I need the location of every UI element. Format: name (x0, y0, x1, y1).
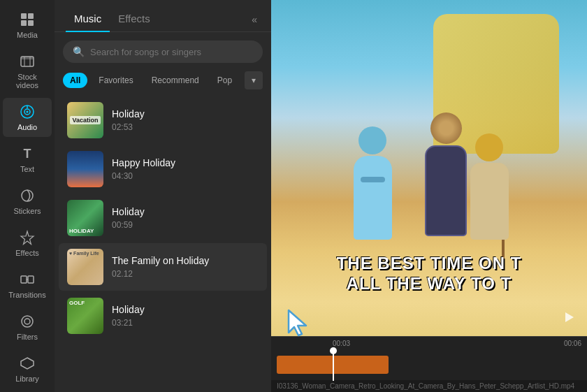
svg-rect-0 (21, 13, 27, 19)
svg-rect-15 (28, 276, 34, 283)
song-thumbnail (67, 151, 103, 187)
filter-all-button[interactable]: All (63, 73, 87, 88)
song-item[interactable]: GOLF Holiday 03:21 (59, 292, 267, 340)
sidebar-item-label-stickers: Stickers (13, 207, 41, 215)
media-icon (19, 11, 36, 28)
timeline-ruler: 00:03 00:06 (271, 337, 587, 350)
sidebar-item-label-audio: Audio (17, 123, 37, 131)
time-mark-1: 00:03 (333, 340, 350, 347)
timeline-tracks (277, 350, 581, 381)
tab-music[interactable]: Music (66, 7, 110, 31)
svg-point-12 (22, 190, 33, 201)
song-info: Holiday 02:53 (112, 108, 259, 132)
sidebar-item-audio[interactable]: Audio (3, 98, 52, 137)
effects-icon (19, 229, 36, 246)
time-mark-2: 00:06 (564, 340, 581, 347)
music-panel: Music Effects « 🔍 All Favorites Recommen… (55, 0, 271, 392)
sidebar-item-transitions[interactable]: Transitions (3, 266, 52, 305)
search-icon: 🔍 (73, 46, 85, 57)
timeline-cursor[interactable] (333, 350, 334, 381)
song-list: Vacation Holiday 02:53 Happy Holiday 04:… (55, 96, 271, 392)
overlay-text-line2: ALL THE WAY TO T (271, 274, 587, 294)
svg-rect-14 (21, 276, 27, 283)
song-thumbnail: Vacation (67, 102, 103, 138)
svg-rect-3 (28, 20, 34, 26)
filter-more-button[interactable]: ▾ (245, 71, 263, 89)
sidebar-item-media[interactable]: Media (3, 6, 52, 45)
song-duration: 04:30 (112, 171, 259, 181)
sidebar-item-stickers[interactable]: Stickers (3, 182, 52, 221)
filename-bar: I03136_Woman_Camera_Retro_Looking_At_Cam… (271, 380, 587, 392)
overlay-text: THE BEST TIME ON T ALL THE WAY TO T (271, 254, 587, 294)
tab-effects[interactable]: Effects (110, 7, 159, 31)
song-title: Happy Holiday (112, 157, 259, 168)
song-item[interactable]: Happy Holiday 04:30 (59, 145, 267, 193)
song-title: Holiday (112, 108, 259, 119)
sidebar-item-stock-videos[interactable]: Stock videos (3, 48, 52, 95)
filter-pop-button[interactable]: Pop (210, 73, 239, 88)
library-icon (19, 355, 36, 372)
song-duration: 00:59 (112, 220, 259, 230)
sidebar-item-effects[interactable]: Effects (3, 224, 52, 263)
song-title: Holiday (112, 304, 259, 315)
svg-point-18 (24, 319, 30, 324)
overlay-text-line1: THE BEST TIME ON T (271, 254, 587, 274)
search-input[interactable] (90, 47, 253, 57)
song-item[interactable]: HOLIDAY Holiday 00:59 (59, 194, 267, 242)
people-decoration (299, 112, 573, 266)
sidebar-item-text[interactable]: T Text (3, 140, 52, 179)
song-info: The Family on Holiday 02.12 (112, 255, 259, 279)
song-duration: 02:53 (112, 122, 259, 132)
timeline-area: 00:03 00:06 I03136_Woman_Camera_Retro_Lo… (271, 336, 587, 392)
sidebar-item-label-text: Text (20, 165, 34, 173)
sidebar-item-label-stock: Stock videos (6, 73, 49, 89)
main-area: THE BEST TIME ON T ALL THE WAY TO T 00:0… (271, 0, 587, 392)
sidebar-item-label-media: Media (17, 31, 38, 39)
song-info: Happy Holiday 04:30 (112, 157, 259, 181)
sidebar-item-filters[interactable]: Filters (3, 307, 52, 347)
song-item-active[interactable]: ♥ Family Life The Family on Holiday 02.1… (59, 243, 267, 291)
song-info: Holiday 03:21 (112, 304, 259, 328)
svg-point-17 (22, 316, 33, 327)
stickers-icon (19, 187, 36, 204)
filters-icon (19, 313, 36, 330)
song-item[interactable]: Vacation Holiday 02:53 (59, 96, 267, 144)
filter-favorites-button[interactable]: Favorites (92, 73, 140, 88)
svg-rect-1 (28, 13, 34, 19)
song-info: Holiday 00:59 (112, 206, 259, 230)
sidebar: Media Stock videos Audio T Text (0, 0, 55, 392)
song-title: The Family on Holiday (112, 255, 259, 266)
song-title: Holiday (112, 206, 259, 217)
text-icon: T (19, 145, 36, 162)
preview-area: THE BEST TIME ON T ALL THE WAY TO T (271, 0, 587, 336)
svg-marker-13 (21, 231, 34, 245)
svg-point-10 (27, 111, 29, 113)
panel-tabs: Music Effects « (55, 0, 271, 32)
svg-rect-2 (21, 20, 27, 26)
stock-videos-icon (19, 53, 36, 70)
svg-marker-20 (565, 312, 574, 322)
song-duration: 02.12 (112, 269, 259, 279)
sidebar-item-label-filters: Filters (17, 333, 38, 341)
collapse-panel-button[interactable]: « (249, 11, 260, 28)
transitions-icon (19, 271, 36, 288)
filter-recommend-button[interactable]: Recommend (145, 73, 206, 88)
svg-rect-5 (21, 57, 34, 59)
play-button[interactable] (562, 310, 576, 328)
song-thumbnail: GOLF (67, 298, 103, 334)
sidebar-item-library[interactable]: Library (3, 349, 52, 389)
song-thumbnail: HOLIDAY (67, 200, 103, 236)
sidebar-item-label-transitions: Transitions (8, 291, 45, 299)
search-bar: 🔍 (63, 41, 263, 63)
svg-marker-19 (21, 358, 34, 369)
song-thumbnail: ♥ Family Life (67, 249, 103, 285)
sidebar-item-label-library: Library (15, 375, 39, 383)
sidebar-item-label-effects: Effects (15, 249, 38, 257)
song-duration: 03:21 (112, 318, 259, 328)
audio-icon (19, 103, 36, 120)
filter-row: All Favorites Recommend Pop ▾ (55, 71, 271, 96)
